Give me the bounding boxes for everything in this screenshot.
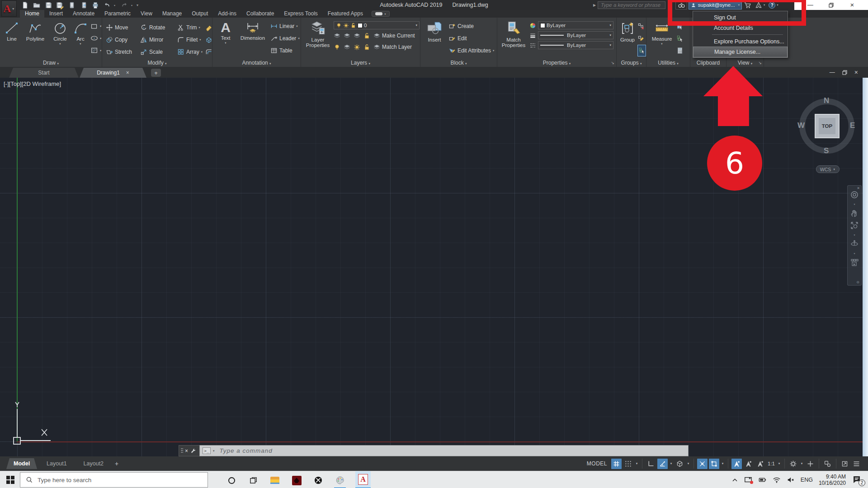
open-from-web-mobile-button[interactable] (67, 0, 77, 9)
autocad-taskbar-active[interactable]: A (355, 471, 371, 488)
game-app-button[interactable] (290, 474, 303, 487)
customize-wrench-icon[interactable] (190, 448, 196, 454)
match-layer-button[interactable]: Match Layer (373, 41, 412, 53)
annotation-visibility-toggle[interactable] (731, 459, 742, 469)
line-button[interactable]: Line (3, 19, 21, 57)
drawing-close-button[interactable]: × (854, 69, 858, 76)
group-selection-toggle[interactable] (637, 45, 646, 56)
pan-hand-icon[interactable] (850, 209, 859, 218)
menu-item-manage-license[interactable]: Manage License... (693, 47, 788, 57)
tab-manage[interactable]: Manage (157, 10, 187, 18)
snap-toggle[interactable] (623, 459, 633, 469)
copy-button[interactable]: Copy (106, 34, 140, 46)
undo-button[interactable] (102, 0, 112, 9)
infocenter-collapse-icon[interactable]: ▶ (591, 1, 598, 9)
viewcube-south[interactable]: S (824, 146, 829, 155)
panel-label-properties[interactable]: Properties ▾ (497, 60, 616, 66)
save-as-button[interactable] (55, 0, 65, 9)
hidden-icons-chevron[interactable] (731, 477, 738, 483)
viewport-controls[interactable]: [-][Top][2D Wireframe] (4, 80, 61, 87)
language-indicator[interactable]: ENG (801, 477, 813, 483)
plot-button[interactable] (90, 0, 100, 9)
orbit-icon[interactable] (850, 239, 859, 249)
lineweight-icon[interactable] (529, 32, 536, 39)
tab-express-tools[interactable]: Express Tools (279, 10, 322, 18)
array-button[interactable]: Array▾ (177, 46, 205, 58)
tablet-notification-icon[interactable] (744, 476, 752, 484)
object-snap-tracking-toggle[interactable] (697, 459, 708, 469)
panel-label-utilities[interactable]: Utilities ▾ (646, 60, 690, 66)
layer-isolate-icon[interactable] (334, 33, 340, 39)
mirror-button[interactable]: Mirror (140, 34, 177, 46)
quick-select2-button[interactable] (676, 33, 684, 44)
panel-label-groups[interactable]: Groups ▾ (617, 60, 646, 66)
workspace-gear-button[interactable] (788, 459, 798, 469)
osnap-dropdown-icon[interactable]: ▾ (721, 462, 725, 465)
customization-menu-button[interactable] (851, 459, 862, 469)
model-space-badge[interactable]: MODEL (587, 460, 607, 467)
panel-label-annotation[interactable]: Annotation ▾ (212, 60, 301, 66)
redo-button[interactable] (119, 0, 129, 9)
quick-calculator-button[interactable] (676, 45, 684, 56)
save-button[interactable] (43, 0, 53, 9)
snap-dropdown-icon[interactable]: ▾ (635, 462, 639, 465)
panel-label-clipboard[interactable]: Clipboard (690, 60, 726, 66)
layer-lock-icon[interactable] (363, 33, 370, 39)
make-current-button[interactable]: Make Current (373, 30, 415, 42)
arc-button[interactable]: Arc▾ (72, 19, 89, 57)
object-color-combo[interactable]: ByLayer▾ (538, 21, 613, 29)
layer-freeze-icon[interactable] (344, 33, 350, 39)
isometric-drafting-toggle[interactable] (675, 459, 685, 469)
tab-home[interactable]: Home (20, 10, 44, 18)
redo-dropdown-icon[interactable]: ▾ (131, 4, 135, 7)
drawing-minimize-button[interactable]: — (830, 69, 835, 75)
customize-qat-button[interactable]: ▾ (137, 3, 140, 7)
xbox-button[interactable] (311, 474, 325, 487)
start-button[interactable] (6, 476, 14, 484)
layout2-tab[interactable]: Layout2 (76, 458, 111, 469)
taskbar-search-box[interactable]: Type here to search (20, 472, 208, 488)
hatch-button[interactable]: ▾ (90, 45, 101, 56)
new-button[interactable] (20, 0, 30, 9)
edit-block-button[interactable]: Edit (448, 33, 494, 44)
layer-on-all-icon[interactable] (354, 44, 360, 51)
layer-select-combo[interactable]: 0 ▾ (334, 21, 420, 29)
tab-output[interactable]: Output (187, 10, 213, 18)
undo-dropdown-icon[interactable]: ▾ (114, 4, 118, 7)
panel-expander-icon[interactable]: ↘ (758, 61, 762, 65)
new-layout-button[interactable]: + (115, 460, 118, 467)
layer-unisolate-icon[interactable] (334, 44, 340, 51)
linetype-combo[interactable]: ByLayer▾ (538, 41, 613, 49)
task-view-button[interactable] (246, 474, 260, 487)
application-menu-button[interactable]: A ▼ (1, 0, 17, 17)
zoom-extents-icon[interactable] (850, 221, 859, 230)
add-status-button[interactable] (805, 459, 816, 469)
menu-item-explore-purchase-options[interactable]: Explore Purchase Options... (693, 36, 788, 47)
model-space-canvas[interactable] (0, 78, 863, 456)
vertical-scrollbar[interactable] (863, 78, 868, 456)
command-close-icon[interactable]: × (185, 448, 188, 454)
command-line-handle[interactable]: × (179, 445, 199, 456)
lineweight-combo[interactable]: ByLayer▾ (538, 31, 613, 39)
cortana-button[interactable] (225, 474, 238, 487)
action-center-button[interactable]: 2 (852, 475, 863, 485)
file-explorer-button[interactable] (268, 474, 282, 487)
linetype-icon[interactable] (529, 42, 536, 49)
gear-dropdown-icon[interactable]: ▾ (800, 462, 804, 465)
tab-addins[interactable]: Add-ins (213, 10, 241, 18)
iso-dropdown-icon[interactable]: ▾ (686, 462, 690, 465)
tab-drawing1[interactable]: Drawing1 × (80, 68, 146, 78)
polar-tracking-toggle[interactable] (657, 459, 668, 469)
navbar-close-icon[interactable]: ✕ (857, 186, 860, 190)
close-tab-icon[interactable]: × (126, 70, 129, 76)
recent-commands-icon[interactable]: >_ (203, 447, 211, 454)
group-button[interactable]: Group (618, 19, 637, 57)
annotation-scale-value[interactable]: 1:1 (767, 461, 776, 466)
open-button[interactable] (32, 0, 42, 9)
create-block-button[interactable]: Create (448, 20, 494, 32)
panel-label-draw[interactable]: Draw ▾ (0, 60, 102, 66)
ribbon-display-options-button[interactable]: ▾ (372, 11, 390, 17)
model-tab[interactable]: Model (6, 458, 37, 469)
polyline-button[interactable]: Polyline (22, 19, 48, 57)
match-properties-button[interactable]: Match Properties (500, 19, 527, 57)
